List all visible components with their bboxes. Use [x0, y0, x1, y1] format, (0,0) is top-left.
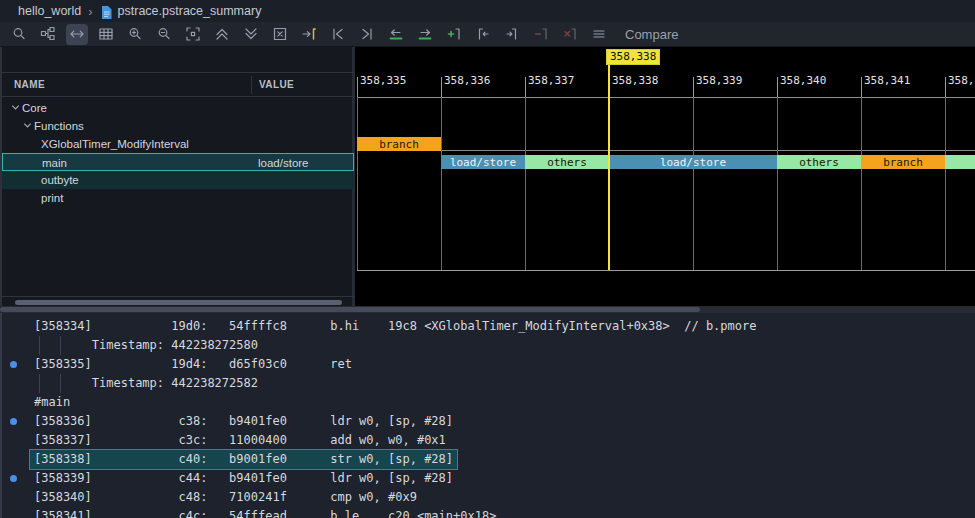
- chevron-down-icon[interactable]: [10, 102, 22, 113]
- disasm-line[interactable]: [358337] c3c: 11000400 add w0, w0, #0x1: [2, 431, 975, 450]
- table-button[interactable]: [95, 24, 117, 45]
- grid-line: [525, 97, 526, 270]
- add-bracket-button[interactable]: [443, 24, 465, 45]
- expand-all-icon: [243, 26, 259, 42]
- remove-bracket-button[interactable]: [530, 24, 552, 45]
- disasm-line[interactable]: [358336] c38: b9401fe0 ldr w0, [sp, #28]: [2, 412, 975, 431]
- disasm-line[interactable]: [358340] c48: 7100241f cmp w0, #0x9: [2, 488, 975, 507]
- breakpoint-dot[interactable]: [10, 361, 17, 368]
- tree-row-label: Functions: [34, 120, 84, 132]
- breadcrumb-separator-icon: ›: [88, 4, 92, 19]
- tick-mark: [861, 77, 862, 97]
- disassembly-panel: [358334] 19d0: 54ffffc8 b.hi 19c8 <XGlob…: [0, 313, 975, 518]
- tree-header-divider[interactable]: [251, 76, 252, 94]
- tree-row-label: outbyte: [41, 174, 79, 186]
- disasm-line[interactable]: Timestamp: 442238272582: [2, 374, 975, 393]
- timeline-segment-load-store[interactable]: load/store: [441, 155, 525, 169]
- disasm-line[interactable]: #main: [2, 393, 975, 412]
- disasm-line[interactable]: Timestamp: 442238272580: [2, 336, 975, 355]
- clear-box-button[interactable]: [269, 24, 291, 45]
- tree-row-main[interactable]: mainload/store: [2, 153, 354, 171]
- indent-guide: [60, 374, 61, 393]
- disasm-line-text: #main: [34, 395, 70, 409]
- breadcrumb-file[interactable]: pstrace.pstrace_summary: [118, 4, 262, 18]
- signal-tree-panel: NAME VALUE CoreFunctionsXGlobalTimer_Mod…: [0, 47, 352, 306]
- cursor-line[interactable]: [608, 65, 610, 270]
- tree-row-core[interactable]: Core: [2, 99, 354, 117]
- bracket-left-button[interactable]: [472, 24, 494, 45]
- fit-width-button[interactable]: [66, 24, 88, 45]
- breakpoint-dot[interactable]: [10, 475, 17, 482]
- tree-row-label: XGlobalTimer_ModifyInterval: [41, 138, 189, 150]
- delete-bracket-icon: [562, 26, 578, 42]
- disasm-line-text: Timestamp: 442238272582: [34, 376, 258, 390]
- expand-all-button[interactable]: [240, 24, 262, 45]
- connections-icon: [40, 26, 56, 42]
- tick-label: 358,335: [360, 74, 406, 87]
- disasm-line-text: [358341] c4c: 54fffead b.le c20 <main+0x…: [34, 509, 496, 518]
- tick-label: 358,341: [864, 74, 910, 87]
- disasm-line-text: Timestamp: 442238272580: [34, 338, 258, 352]
- disasm-line-text: [358339] c44: b9401fe0 ldr w0, [sp, #28]: [34, 471, 453, 485]
- cursor-label[interactable]: 358,338: [606, 49, 660, 65]
- timeline-segment-load-store[interactable]: load/store: [609, 155, 777, 169]
- panel-splitter-thumb[interactable]: [0, 307, 700, 312]
- tree-header-value: VALUE: [259, 79, 294, 90]
- step-back-button[interactable]: [385, 24, 407, 45]
- tree-row-xglobaltimer_modifyinterval[interactable]: XGlobalTimer_ModifyInterval: [2, 135, 354, 153]
- skip-end-button[interactable]: [356, 24, 378, 45]
- zoom-in-button[interactable]: [124, 24, 146, 45]
- main-area: NAME VALUE CoreFunctionsXGlobalTimer_Mod…: [0, 47, 975, 306]
- tick-label: 358,336: [444, 74, 490, 87]
- zoom-out-button[interactable]: [153, 24, 175, 45]
- tree-row-value: load/store: [258, 154, 309, 172]
- disasm-line[interactable]: [358341] c4c: 54fffead b.le c20 <main+0x…: [2, 507, 975, 518]
- disasm-line[interactable]: [358334] 19d0: 54ffffc8 b.hi 19c8 <XGlob…: [2, 317, 975, 336]
- tick-label: 358,339: [696, 74, 742, 87]
- grid-line: [945, 97, 946, 270]
- tick-mark: [525, 77, 526, 97]
- tree-row-outbyte[interactable]: outbyte: [2, 171, 354, 189]
- collapse-all-button[interactable]: [211, 24, 233, 45]
- timeline-segment-branch[interactable]: branch: [357, 137, 441, 151]
- list-icon: [591, 26, 607, 42]
- delete-bracket-button[interactable]: [559, 24, 581, 45]
- timeline-segment-others[interactable]: others: [525, 155, 609, 169]
- table-icon: [98, 26, 114, 42]
- bracket-right-button[interactable]: [501, 24, 523, 45]
- breadcrumb: hello_world › pstrace.pstrace_summary: [0, 0, 975, 22]
- trace-viewer-window: hello_world › pstrace.pstrace_summary Co…: [0, 0, 975, 518]
- tree-row-functions[interactable]: Functions: [2, 117, 354, 135]
- bracket-left-icon: [475, 26, 491, 42]
- step-forward-icon: [417, 26, 433, 42]
- fit-width-icon: [69, 26, 85, 42]
- disasm-line[interactable]: [358339] c44: b9401fe0 ldr w0, [sp, #28]: [2, 469, 975, 488]
- grid-line: [693, 97, 694, 270]
- tree-header-name: NAME: [14, 79, 45, 90]
- connections-button[interactable]: [37, 24, 59, 45]
- row-divider-line: [441, 150, 975, 151]
- disasm-line[interactable]: [358335] 19d4: d65f03c0 ret: [2, 355, 975, 374]
- fit-screen-button[interactable]: [182, 24, 204, 45]
- timeline-segment-others[interactable]: others: [777, 155, 861, 169]
- skip-start-button[interactable]: [327, 24, 349, 45]
- timeline-segment-others[interactable]: [945, 155, 975, 169]
- tick-mark: [693, 77, 694, 97]
- skip-start-icon: [330, 26, 346, 42]
- compare-button[interactable]: Compare: [625, 27, 678, 42]
- search-button[interactable]: [8, 24, 30, 45]
- goto-cursor-button[interactable]: [298, 24, 320, 45]
- tree-row-print[interactable]: print: [2, 189, 354, 207]
- list-button[interactable]: [588, 24, 610, 45]
- chevron-down-icon[interactable]: [22, 120, 34, 131]
- disasm-line[interactable]: [358338] c40: b9001fe0 str w0, [sp, #28]: [2, 450, 975, 469]
- timeline-segment-branch[interactable]: branch: [861, 155, 945, 169]
- tree-row-label: main: [42, 157, 67, 169]
- step-forward-button[interactable]: [414, 24, 436, 45]
- breadcrumb-project[interactable]: hello_world: [18, 4, 81, 18]
- tree-hscrollbar-thumb[interactable]: [15, 300, 342, 305]
- tree-hscrollbar: [2, 296, 354, 306]
- clear-box-icon: [272, 26, 288, 42]
- breakpoint-dot[interactable]: [10, 418, 17, 425]
- disasm-line-text: [358340] c48: 7100241f cmp w0, #0x9: [34, 490, 417, 504]
